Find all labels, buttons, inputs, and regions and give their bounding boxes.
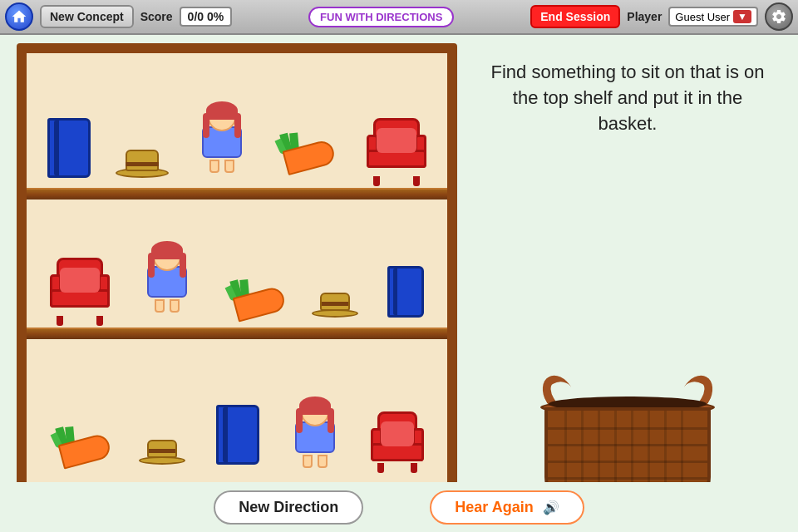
doll-mid[interactable] [139,243,195,318]
settings-button[interactable] [765,2,793,31]
player-label: Player [627,10,662,23]
cowboy-hat-icon-bot [139,438,185,465]
armchair-mid[interactable] [50,258,110,318]
doll-icon-mid [139,243,195,318]
score-label: Score [140,10,173,23]
home-button[interactable] [5,2,33,31]
bookshelf [17,43,457,492]
cowboy-hat-icon-mid [312,291,358,318]
carrot-icon-bot [46,416,113,471]
score-value: 0/0 0% [180,7,233,27]
armchair-icon-bot [371,411,424,465]
right-panel: Find something to sit on that is on the … [474,43,781,524]
carrot-mid[interactable] [224,276,283,318]
armchair-icon [367,118,426,178]
game-title: FUN WITH DIRECTIONS [308,7,454,27]
armchair-icon-mid [50,258,110,318]
book-icon-mid [387,266,424,318]
shelf-divider-1 [27,188,447,200]
carrot-bot[interactable] [50,423,108,465]
armchair-top[interactable] [367,118,426,178]
main-content: Find something to sit on that is on the … [0,35,798,532]
shelf-divider-2 [27,328,447,339]
speaker-icon: 🔊 [543,500,559,515]
instruction-text: Find something to sit on that is on the … [474,60,781,349]
doll-icon [194,103,250,178]
end-session-button[interactable]: End Session [530,5,620,28]
carrot-icon [270,121,347,186]
book-icon [47,118,91,178]
player-name: Guest User [675,11,730,23]
new-concept-button[interactable]: New Concept [40,5,134,28]
shelf-row-middle [27,228,447,318]
carrot-top[interactable] [275,128,342,178]
new-direction-button[interactable]: New Direction [214,490,363,525]
carrot-icon-mid [220,269,288,324]
cowboy-hat-icon [116,148,169,178]
hear-again-label: Hear Again [455,499,533,515]
doll-icon-bot [290,398,340,465]
book-mid[interactable] [387,266,424,318]
cowboy-hat-top[interactable] [116,148,169,178]
armchair-bot[interactable] [371,411,424,465]
player-dropdown-arrow[interactable]: ▼ [733,10,751,23]
shelf-container [17,43,457,509]
shelf-row-bottom [27,365,447,465]
book-icon-bot [216,405,259,465]
hear-again-button[interactable]: Hear Again 🔊 [430,490,584,525]
cowboy-hat-mid[interactable] [312,291,358,318]
bottom-bar: New Direction Hear Again 🔊 [0,482,798,532]
doll-top[interactable] [194,103,250,178]
cowboy-hat-bot[interactable] [139,438,185,465]
doll-bot[interactable] [290,398,340,465]
book-top[interactable] [47,118,91,178]
book-bot[interactable] [216,405,259,465]
header: New Concept Score 0/0 0% FUN WITH DIRECT… [0,0,798,35]
shelf-row-top [27,103,447,178]
player-select[interactable]: Guest User ▼ [668,7,758,27]
